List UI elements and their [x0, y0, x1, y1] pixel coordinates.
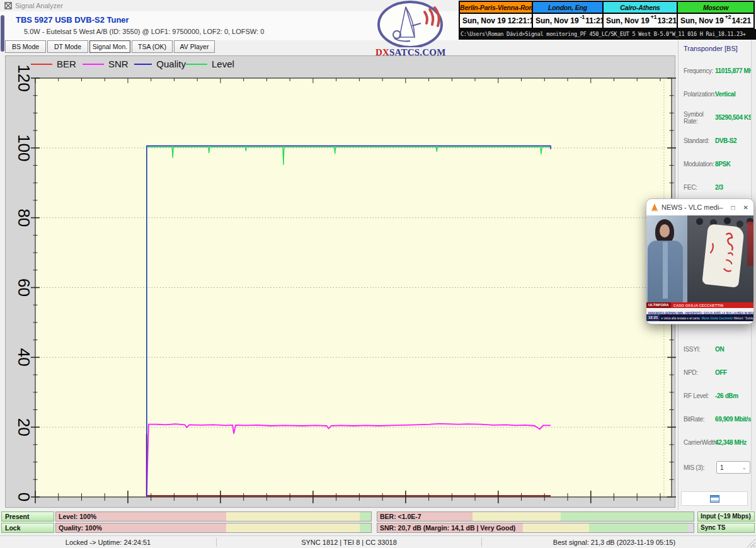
field-rf-level: RF Level:-26 dBm [679, 384, 752, 408]
field-modulation: Modulation:8PSK [679, 152, 752, 176]
legend-item-level: Level [186, 59, 238, 69]
vlc-title: NEWS - VLC media... [662, 203, 719, 211]
news-ticker: 12:21 e visita alla testata e al canto M… [646, 314, 753, 321]
ber-line-swatch [31, 64, 52, 65]
dxsatcs-wordmark: DXSATCS.COM [375, 47, 445, 58]
field-symbol-rate: Symbol Rate:35290,504 KS/s [679, 106, 752, 129]
status-uptime: Locked -> Uptime: 24:24:51 [0, 536, 216, 548]
vlc-window[interactable]: NEWS - VLC media... – □ ✕ [646, 198, 754, 324]
white-shirt [702, 224, 745, 288]
vlc-titlebar[interactable]: NEWS - VLC media... – □ ✕ [646, 199, 753, 215]
level-progressbar: Level: 100% [55, 511, 372, 522]
tab-av-player[interactable]: AV Player [174, 40, 215, 53]
ultimora-tag: ULTIM'ORA [646, 302, 671, 308]
legend-item-ber: BER [31, 59, 83, 69]
ts-button-icon [710, 495, 719, 503]
ticker-time: 12:21 [646, 314, 660, 321]
field-carrierwidth: CarrierWidth:42,348 MHz [679, 431, 752, 454]
stream-fields: ISSYI:ON NPD:OFF RF Level:-26 dBm BitRat… [679, 338, 752, 454]
clock-offset: -1 [580, 14, 585, 20]
mode-tabbar: BS Mode DT Mode Signal Mon. TSA (OK) AV … [5, 40, 215, 54]
signal-chart-svg: 120100806040200 [6, 56, 676, 508]
red-flag [747, 222, 753, 266]
satellite-dish-icon [375, 1, 445, 47]
clock-city: London, Eng [533, 2, 602, 14]
tab-bs-mode[interactable]: BS Mode [5, 40, 46, 53]
chevron-down-icon: ⌄ [742, 464, 747, 471]
window-title: Signal Analyzer [15, 2, 63, 9]
red-writing-marks [702, 224, 745, 288]
tab-tsa[interactable]: TSA (OK) [132, 40, 173, 53]
clock-city: Berlin-Paris-Vienna-Roma [460, 2, 532, 14]
maximize-icon[interactable]: □ [731, 204, 735, 211]
clock-date: Sun, Nov 19 [536, 16, 579, 25]
breaking-news-band: ULTIM'ORA CASO GIULIA CECCHETTIN [646, 302, 753, 308]
scrollbar-thumb[interactable] [1, 15, 4, 52]
ts-save-button[interactable] [681, 491, 748, 506]
clock-offset: +1 [651, 14, 657, 20]
case-tag: CASO GIULIA CECCHETTIN [671, 304, 723, 307]
chart-legend: BER SNR Quality Level [31, 59, 238, 69]
news-anchor-scene [646, 215, 687, 302]
crowd-scene [687, 215, 753, 302]
signal-analyzer-window: Signal Analyzer TBS 5927 USB DVB-S2 Tune… [0, 0, 756, 548]
clock-moscow: Moscow Sun, Nov 19+214:21 [678, 1, 755, 29]
dxsatcs-logo: DXSATCS.COM [375, 1, 445, 61]
sidebar-title: Transponder [BS] [679, 40, 751, 52]
tab-signal-mon[interactable]: Signal Mon. [89, 40, 130, 53]
clock-offset: +2 [725, 14, 731, 20]
lock-flag: Lock [1, 523, 54, 533]
mis-selected-value: 1 [720, 464, 724, 471]
signal-monitor-chart-panel: 120100806040200 BER SNR Quality Level [5, 55, 675, 508]
headline-band: ANNAMARIA BERNINI (MIN. UNIVERSITÀ): GIU… [646, 308, 753, 314]
clock-cairo: Cairo-Athens Sun, Nov 19+113:21 [604, 1, 678, 29]
quality-line-swatch [134, 64, 152, 65]
anchor-face [660, 224, 670, 237]
minimize-icon[interactable]: – [719, 204, 723, 211]
clock-city: Moscow [678, 2, 753, 14]
legend-item-snr: SNR [83, 59, 134, 69]
snr-progressbar: SNR: 20,7 dB (Margin: 14,1 dB | Very Goo… [377, 523, 694, 533]
svg-text:80: 80 [14, 208, 33, 227]
close-icon[interactable]: ✕ [743, 204, 748, 211]
signal-row-1: Present Level: 100% BER: <1.0E-7 Input (… [0, 511, 756, 522]
crowd-heads [696, 218, 703, 225]
command-prompt-line: C:\Users\Roman Dávid>Signal monitoring_P… [459, 29, 756, 40]
legend-item-quality: Quality [134, 59, 186, 69]
level-line-swatch [186, 64, 207, 65]
snr-line-swatch [83, 64, 104, 65]
mis-label: MIS (3): [684, 464, 715, 471]
vlc-video-area[interactable] [646, 215, 753, 302]
svg-text:100: 100 [14, 134, 33, 161]
device-title: TBS 5927 USB DVB-S2 Tuner [16, 15, 129, 25]
sync-ts-box: Sync TS [697, 523, 755, 533]
field-npd: NPD:OFF [679, 361, 752, 384]
tab-dt-mode[interactable]: DT Mode [47, 40, 88, 53]
clock-date: Sun, Nov 19 [606, 16, 650, 25]
app-icon [4, 2, 12, 9]
status-best-signal: Best signal: 21,3 dB (2023-11-19 05:15) [482, 536, 747, 548]
clock-berlin: Berlin-Paris-Vienna-Roma Sun, Nov 1912:2… [459, 1, 533, 29]
ber-progressbar: BER: <1.0E-7 [377, 511, 694, 522]
svg-text:60: 60 [14, 278, 33, 297]
clock-city: Cairo-Athens [604, 2, 677, 14]
svg-text:40: 40 [14, 348, 33, 367]
resize-grip[interactable] [747, 539, 755, 547]
input-rate-box: Input (~19 Mbps) [697, 511, 755, 522]
anchor-denim-jacket [648, 241, 683, 302]
tuning-info: 5.0W - Eutelsat 5 West A/B (ID: 3550) @ … [24, 28, 264, 35]
statusbar: Locked -> Uptime: 24:24:51 SYNC 1812 | T… [0, 535, 756, 548]
headline-text: ANNAMARIA BERNINI (MIN. UNIVERSITÀ): GIU… [646, 310, 753, 314]
transponder-fields: Frequency:11015,877 MHz Polarization:Ver… [679, 59, 752, 199]
field-bitrate: BitRate:69,909 Mbit/s [679, 408, 752, 431]
clock-time: 14:21 [731, 16, 751, 25]
vlc-cone-icon [651, 203, 658, 211]
field-polarization: Polarization:Vertical [679, 83, 752, 106]
clock-time: 13:21 [657, 16, 677, 25]
mis-row: MIS (3): 1 ⌄ [679, 459, 752, 476]
field-frequency: Frequency:11015,877 MHz [679, 59, 752, 83]
world-clocks: Berlin-Paris-Vienna-Roma Sun, Nov 1912:2… [459, 1, 755, 29]
clock-date: Sun, Nov 19 [680, 16, 724, 25]
mis-dropdown[interactable]: 1 ⌄ [716, 461, 750, 474]
field-fec: FEC:2/3 [679, 176, 752, 199]
